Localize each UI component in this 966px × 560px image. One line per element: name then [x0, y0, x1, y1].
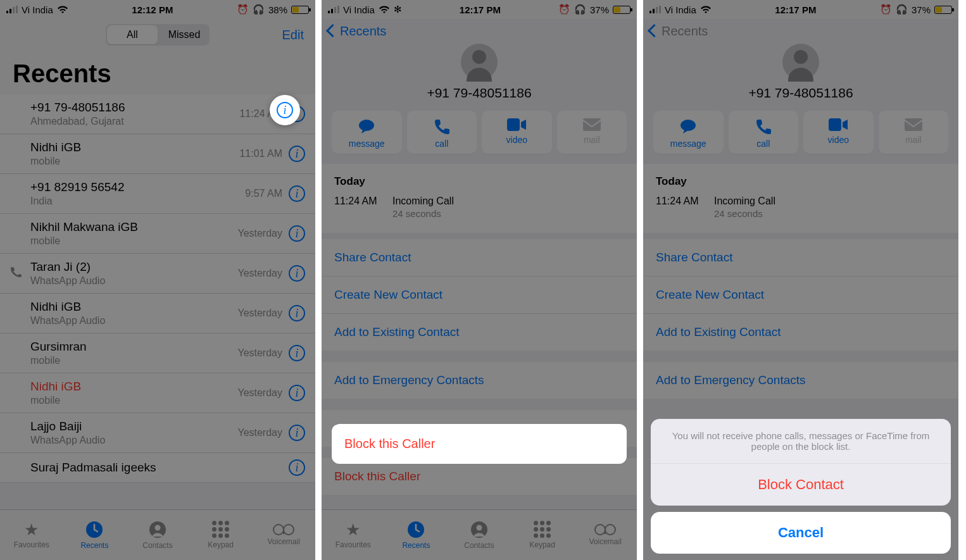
tab-recents[interactable]: Recents	[385, 510, 448, 560]
log-type: Incoming Call	[714, 196, 775, 207]
edit-button[interactable]: Edit	[282, 28, 304, 42]
status-time: 12:17 PM	[775, 4, 816, 15]
wifi-icon	[57, 5, 68, 14]
info-button[interactable]: i	[289, 185, 305, 202]
seg-missed[interactable]: Missed	[159, 24, 210, 46]
info-button[interactable]: i	[289, 225, 305, 242]
screen-contact-detail: Vi India ✻ 12:17 PM ⏰ 🎧 37% Recents +91 …	[322, 0, 637, 560]
add-existing-contact-row[interactable]: Add to Existing Contact	[643, 314, 958, 351]
call-row[interactable]: Suraj Padmasali igeeksi	[0, 453, 315, 483]
info-button[interactable]: i	[289, 459, 305, 476]
block-contact-button[interactable]: Block Contact	[651, 464, 951, 506]
battery-icon	[934, 6, 952, 14]
tab-voicemail[interactable]: Voicemail	[574, 510, 637, 560]
headphone-icon: 🎧	[896, 4, 908, 15]
svg-rect-7	[328, 11, 330, 13]
video-icon	[507, 118, 526, 131]
tab-keypad[interactable]: Keypad	[189, 510, 253, 560]
call-row[interactable]: Nidhi iGBmobileYesterdayi	[0, 373, 315, 413]
action-label: mail	[905, 135, 922, 145]
action-row: message call video mail	[643, 111, 958, 164]
share-contact-row[interactable]: Share Contact	[322, 239, 637, 277]
call-row[interactable]: GursimranmobileYesterdayi	[0, 333, 315, 373]
tab-label: Recents	[402, 541, 430, 550]
statusbar: Vi India 12:17 PM ⏰ 🎧 37%	[643, 0, 958, 19]
tab-label: Voicemail	[589, 537, 621, 546]
tab-label: Keypad	[529, 540, 555, 549]
info-button[interactable]: i	[289, 425, 305, 441]
statusbar: Vi India 12:12 PM ⏰ 🎧 38%	[0, 0, 315, 19]
battery-icon	[291, 6, 309, 14]
share-contact-row[interactable]: Share Contact	[643, 239, 958, 277]
info-button[interactable]: i	[289, 345, 305, 361]
log-time: 11:24 AM	[656, 196, 706, 219]
tab-keypad[interactable]: Keypad	[511, 510, 574, 560]
call-row[interactable]: +91 82919 56542India9:57 AMi	[0, 174, 315, 214]
info-button[interactable]: i	[289, 385, 305, 401]
call-row[interactable]: Nidhi iGBWhatsApp AudioYesterdayi	[0, 294, 315, 333]
info-button-highlight[interactable]: i	[270, 95, 300, 125]
call-log-row: 11:24 AM Incoming Call 24 seconds	[643, 192, 958, 228]
signal-icon	[328, 6, 339, 13]
tab-label: Recents	[80, 541, 108, 550]
call-name: +91 82919 56542	[30, 180, 245, 194]
emergency-contacts-row[interactable]: Add to Emergency Contacts	[322, 362, 637, 399]
back-button[interactable]: Recents	[643, 19, 958, 44]
tab-favourites[interactable]: ★Favourites	[322, 510, 385, 560]
tab-contacts[interactable]: Contacts	[126, 510, 189, 560]
clock-icon	[85, 521, 103, 538]
mail-icon	[583, 118, 601, 131]
battery-icon	[613, 6, 630, 14]
add-existing-contact-row[interactable]: Add to Existing Contact	[322, 314, 637, 351]
create-new-contact-row[interactable]: Create New Contact	[322, 277, 637, 314]
video-button[interactable]: video	[482, 111, 552, 154]
info-button[interactable]: i	[289, 305, 305, 321]
avatar	[782, 44, 819, 80]
person-icon	[149, 521, 166, 538]
message-button[interactable]: message	[332, 111, 402, 154]
svg-rect-20	[659, 6, 661, 13]
page-title: Recents	[0, 51, 315, 94]
call-row[interactable]: Nidhi iGBmobile11:01 AMi	[0, 134, 315, 174]
star-icon: ★	[24, 521, 39, 538]
wifi-icon	[700, 5, 712, 14]
info-button[interactable]: i	[289, 146, 305, 162]
tab-contacts[interactable]: Contacts	[448, 510, 511, 560]
info-button[interactable]: i	[289, 265, 305, 282]
tab-recents[interactable]: Recents	[63, 510, 127, 560]
message-button[interactable]: message	[653, 111, 724, 154]
call-name: Nikhil Makwana iGB	[30, 220, 237, 234]
action-label: video	[828, 135, 849, 145]
call-row[interactable]: Nikhil Makwana iGBmobileYesterdayi	[0, 214, 315, 254]
block-caller-highlight[interactable]: Block this Caller	[332, 424, 627, 464]
call-button[interactable]: call	[407, 111, 477, 154]
clock-icon	[407, 521, 425, 538]
call-button[interactable]: call	[729, 111, 799, 154]
battery-percent: 37%	[590, 4, 609, 15]
call-sub: mobile	[30, 395, 237, 406]
call-row[interactable]: Taran Ji (2)WhatsApp AudioYesterdayi	[0, 254, 315, 294]
star-icon: ★	[346, 521, 360, 538]
tab-favourites[interactable]: ★ Favourites	[0, 510, 63, 560]
tabbar: ★Favourites Recents Contacts Keypad Voic…	[322, 509, 637, 560]
call-row[interactable]: +91 79-48051186Ahmedabad, Gujarat11:24 A…	[0, 94, 315, 134]
seg-all[interactable]: All	[107, 25, 158, 44]
svg-rect-19	[656, 7, 658, 13]
tab-label: Contacts	[464, 541, 494, 550]
cancel-button[interactable]: Cancel	[651, 512, 951, 554]
call-name: Nidhi iGB	[30, 300, 237, 314]
tab-voicemail[interactable]: Voicemail	[252, 510, 315, 560]
phone-icon	[755, 118, 772, 135]
back-button[interactable]: Recents	[322, 19, 637, 44]
headphone-icon: 🎧	[574, 4, 586, 15]
carrier-label: Vi India	[665, 4, 696, 15]
svg-point-6	[154, 525, 160, 530]
svg-rect-12	[507, 118, 520, 131]
call-time: Yesterday	[237, 387, 282, 399]
video-button[interactable]: video	[803, 111, 874, 154]
segmented-control[interactable]: All Missed	[106, 24, 210, 46]
call-row[interactable]: Lajjo BaijiWhatsApp AudioYesterdayi	[0, 413, 315, 453]
emergency-contacts-row[interactable]: Add to Emergency Contacts	[643, 362, 958, 399]
create-new-contact-row[interactable]: Create New Contact	[643, 277, 958, 314]
avatar	[461, 44, 498, 80]
